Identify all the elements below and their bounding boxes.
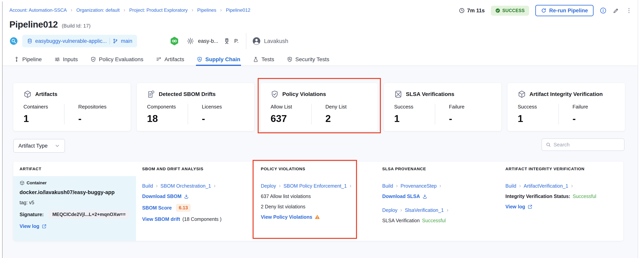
step-link[interactable]: ProvenanceStep — [400, 183, 437, 189]
tab-inputs[interactable]: Inputs — [54, 53, 78, 66]
drift-component-count: (18 Components ) — [182, 216, 222, 222]
artifact-integrity-cell: Build ArtifactVerification_1 Integrity V… — [506, 176, 623, 241]
download-sbom-link[interactable]: Download SBOM — [142, 194, 261, 199]
pipeline-icon — [14, 56, 20, 62]
download-icon — [184, 194, 189, 199]
signature-value: MEQCICde2Vjl...L+2+mqnOXw== — [49, 210, 129, 219]
breadcrumb-account[interactable]: Account: Automation-SSCA — [10, 8, 67, 13]
breadcrumb-pipelines[interactable]: Pipelines — [197, 8, 216, 13]
card-title: SLSA Verifications — [406, 91, 454, 97]
tab-label: Tests — [262, 56, 274, 62]
chevron-right-icon — [155, 184, 158, 188]
tab-label: Pipeline — [22, 56, 42, 62]
git-branch-icon — [112, 38, 118, 44]
shield-search-icon — [287, 56, 293, 62]
tab-supply-chain[interactable]: Supply Chain — [197, 53, 240, 66]
tab-label: Supply Chain — [205, 56, 240, 62]
stage-link[interactable]: Build — [382, 183, 393, 189]
right-edge-border — [638, 0, 638, 258]
tab-pipeline[interactable]: Pipeline — [14, 53, 42, 66]
sbom-score-link[interactable]: SBOM Score — [142, 205, 172, 211]
card-artifact-integrity: Artifact Integrity Verification Success … — [508, 83, 625, 131]
header-actions: 7m 11s SUCCESS Re-run Pipeline — [459, 5, 632, 16]
edit-pencil-icon[interactable] — [613, 7, 619, 14]
card-title: Artifacts — [35, 91, 58, 97]
left-edge-border — [2, 2, 2, 258]
slsa-verification-status: SLSA Verification Successful — [382, 218, 506, 224]
trigger-webhook-icon — [10, 37, 18, 45]
tab-label: Inputs — [63, 56, 78, 62]
chevron-right-icon — [518, 184, 522, 188]
tab-bar: Pipeline Inputs Policy Evaluations Artif… — [0, 53, 638, 66]
stat-allow-list: Allow List 637 — [270, 104, 311, 124]
rerun-pipeline-button[interactable]: Re-run Pipeline — [535, 5, 594, 16]
chevron-right-icon — [123, 8, 126, 12]
tab-artifacts[interactable]: Artifacts — [156, 53, 184, 66]
breadcrumb-organization[interactable]: Organization: default — [76, 8, 120, 13]
chevron-right-icon — [278, 184, 282, 188]
table-row: Container docker.io/lavakush07/easy-bugg… — [13, 176, 623, 241]
stage-link[interactable]: Deploy — [382, 208, 398, 213]
container-cube-icon — [20, 180, 25, 186]
shield-check-icon — [270, 90, 279, 98]
supply-chain-shield-icon — [197, 56, 202, 62]
view-policy-violations-link[interactable]: View Policy Violations — [261, 214, 312, 220]
breadcrumb-pipeline012[interactable]: Pipeline012 — [226, 8, 250, 13]
breadcrumb-project[interactable]: Project: Product Exploratory — [129, 8, 188, 13]
allow-list-violations: 637 Allow list violations — [261, 194, 382, 199]
slsa-status-successful: Successful — [422, 218, 446, 224]
artifact-type: Container — [20, 180, 130, 186]
integrity-view-log-link[interactable]: View log — [506, 204, 623, 210]
tab-tests[interactable]: Tests — [253, 53, 274, 66]
warning-triangle-icon — [314, 214, 320, 220]
branch-name[interactable]: main — [121, 38, 132, 44]
artifact-view-log-link[interactable]: View log — [20, 224, 130, 229]
artifact-type-label: Artifact Type — [18, 143, 48, 149]
duration-text: 7m 11s — [467, 8, 485, 14]
download-slsa-link[interactable]: Download SLSA — [382, 194, 506, 199]
card-slsa-verifications: SLSA Verifications Success 1 Failure - — [384, 83, 501, 131]
policy-violations-cell: Deploy SBOM Policy Enforcement_1 637 All… — [261, 176, 382, 241]
card-title: Policy Violations — [282, 91, 326, 97]
chevron-right-icon — [191, 8, 194, 12]
title-row: Pipeline012 (Build Id: 17) — [10, 19, 90, 30]
card-artifacts: Artifacts Containers 1 Repositories - — [13, 83, 130, 131]
view-policy-violations-line: View Policy Violations — [261, 214, 382, 220]
slsa-provenance-cell: Build ProvenanceStep Download SLSA Deplo… — [382, 176, 506, 241]
flask-icon — [253, 56, 259, 62]
card-title: Artifact Integrity Verification — [530, 91, 603, 97]
rerun-label: Re-run Pipeline — [549, 8, 588, 14]
stage-link[interactable]: Build — [506, 183, 516, 189]
chevron-right-icon — [400, 208, 403, 212]
breadcrumb: Account: Automation-SSCA Organization: d… — [10, 8, 250, 13]
tab-label: Security Tests — [296, 56, 330, 62]
stage-link[interactable]: Build — [142, 183, 153, 189]
kebab-menu-icon[interactable] — [626, 7, 632, 14]
search-input[interactable] — [554, 142, 620, 148]
step-link[interactable]: SBOM Policy Enforcement_1 — [284, 183, 347, 189]
repo-name[interactable]: easybuggy-vulnerable-applic... — [35, 38, 107, 44]
check-circle-icon — [495, 8, 500, 13]
chevron-right-icon — [213, 184, 216, 188]
repo-branch-pill[interactable]: easybuggy-vulnerable-applic... main — [22, 35, 137, 47]
search-box[interactable] — [542, 138, 624, 151]
view-sbom-drift-link[interactable]: View SBOM drift — [142, 216, 180, 222]
tab-security-tests[interactable]: Security Tests — [287, 53, 330, 66]
tab-policy-evaluations[interactable]: Policy Evaluations — [90, 53, 143, 66]
step-link[interactable]: ArtifactVerification_1 — [524, 183, 568, 189]
build-id: (Build Id: 17) — [62, 23, 90, 29]
stat-integrity-success: Success 1 — [518, 104, 558, 124]
chevron-right-icon — [570, 184, 574, 188]
column-header-policy: POLICY VIOLATIONS — [261, 166, 382, 171]
external-link-icon — [528, 204, 532, 209]
artifact-cell: Container docker.io/lavakush07/easy-bugg… — [13, 176, 136, 241]
trigger-pipeline-name[interactable]: easy-b... — [198, 38, 218, 44]
artifact-type-dropdown[interactable]: Artifact Type — [13, 139, 65, 153]
info-icon[interactable] — [600, 7, 606, 14]
step-link[interactable]: SBOM Orchestration_1 — [160, 183, 211, 189]
column-header-integrity: ARTIFACT INTEGRITY VERIFICATION — [506, 166, 623, 171]
summary-cards-row: Artifacts Containers 1 Repositories - De… — [13, 83, 625, 131]
step-link[interactable]: SlsaVerification_1 — [405, 208, 444, 213]
stage-link[interactable]: Deploy — [261, 183, 276, 189]
sbom-score-badge: 6.13 — [176, 204, 190, 212]
